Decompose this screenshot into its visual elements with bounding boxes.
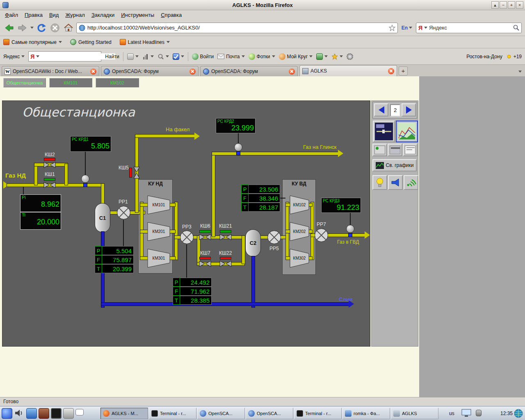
start-menu-icon[interactable] — [2, 408, 12, 419]
weather-widget[interactable]: +19 — [506, 54, 522, 59]
yandex-photos[interactable]: Фотки — [249, 53, 275, 60]
back-button[interactable] — [3, 22, 15, 34]
view-tab-obshestantsionka[interactable]: Общестанционка — [3, 78, 46, 87]
compressor-km302[interactable]: КМ302 — [290, 249, 309, 268]
compressor-km202[interactable]: КМ202 — [290, 222, 309, 241]
stop-button[interactable] — [49, 22, 61, 34]
yandex-favorites-tool[interactable] — [331, 53, 343, 60]
menu-view[interactable]: Вид — [46, 11, 62, 19]
task-window-terminal-1[interactable]: Terminal - r... — [149, 408, 196, 419]
yandex-login[interactable]: Войти — [192, 53, 214, 60]
tab-close-icon[interactable] — [289, 68, 295, 75]
control-valve-krd3[interactable] — [346, 225, 354, 233]
network-globe-icon[interactable] — [514, 409, 523, 418]
spellcheck-tool[interactable] — [173, 53, 184, 60]
valve-ksh1[interactable] — [43, 182, 56, 188]
shade-button[interactable]: ▴ — [491, 1, 499, 9]
printer-icon[interactable] — [63, 408, 74, 419]
bookmark-latest-headlines[interactable]: Latest Headlines — [120, 39, 170, 45]
menu-tools[interactable]: Инструменты — [118, 11, 158, 19]
menu-edit[interactable]: Правка — [21, 11, 46, 19]
bookmark-most-visited[interactable]: Самые популярные — [3, 39, 62, 45]
bookmark-getting-started[interactable]: Getting Started — [70, 39, 112, 45]
mini-panel-button-3[interactable] — [403, 144, 418, 156]
task-window-aglks-firefox[interactable]: AGLKS - M... — [100, 408, 148, 419]
separator-c2[interactable]: C2 — [245, 229, 261, 257]
yandex-camera-tool[interactable] — [316, 53, 328, 60]
yandex-search-input[interactable] — [43, 53, 115, 59]
task-window-filemanager[interactable]: romka - Фа... — [342, 408, 390, 419]
city-label[interactable]: Ростов-на-Дону — [466, 54, 502, 59]
view-tab-km102[interactable]: КМ102 — [96, 78, 139, 87]
yandex-mail[interactable]: Почта — [217, 54, 244, 59]
tab-forum-1[interactable]: OpenSCADA: Форум — [101, 66, 199, 76]
valve-pp1[interactable] — [116, 205, 131, 220]
display-krd1[interactable]: РС КРД1 5.805 — [70, 136, 111, 152]
control-valve-krd1[interactable] — [81, 175, 89, 183]
volume-icon[interactable] — [14, 408, 25, 419]
lamp-button[interactable] — [372, 175, 387, 190]
tab-close-icon[interactable] — [90, 68, 96, 75]
valve-ksh6[interactable] — [199, 234, 211, 240]
tab-close-icon[interactable] — [189, 68, 196, 75]
clipboard-tool[interactable] — [127, 53, 139, 60]
graph-thumbnail-button[interactable] — [396, 121, 418, 142]
settings-gear-icon[interactable] — [347, 53, 353, 60]
valve-pp5[interactable] — [267, 230, 281, 244]
menu-help[interactable]: Справка — [158, 11, 185, 19]
next-page-button[interactable] — [402, 103, 416, 116]
valve-ksh2[interactable] — [43, 162, 56, 168]
yandex-menu[interactable]: Яндекс — [3, 54, 25, 59]
search-engine-icon[interactable]: Я — [418, 25, 422, 31]
compressor-km201[interactable]: КМ201 — [147, 222, 170, 241]
keyboard-layout[interactable]: us — [449, 411, 454, 416]
display-ti[interactable]: Ti 20.000 — [20, 212, 61, 230]
display-pi[interactable]: Pi 8.962 — [20, 194, 61, 212]
search-engine-chevron-icon[interactable] — [424, 27, 427, 29]
horn-button[interactable] — [388, 175, 403, 190]
display-icon[interactable] — [461, 409, 471, 417]
yandex-moikrug[interactable]: Мой Круг — [279, 53, 313, 60]
home-button[interactable] — [63, 22, 74, 34]
clock[interactable]: 12:35 — [490, 411, 513, 416]
display-krd2[interactable]: РС КРД2 23.999 — [216, 118, 256, 133]
display-pft-mid[interactable]: P24.492 F71.962 T28.385 — [173, 278, 212, 305]
forward-button[interactable] — [17, 22, 28, 34]
signal-button[interactable] — [404, 175, 418, 190]
close-button[interactable]: × — [516, 1, 523, 9]
valve-ksh7[interactable] — [199, 260, 211, 267]
tab-list-chevron-icon[interactable] — [518, 71, 522, 73]
lens-tool[interactable] — [158, 53, 169, 60]
display-pft-kuvd[interactable]: P23.506 F38.346 T28.187 — [241, 185, 280, 212]
menu-file[interactable]: Файл — [2, 11, 21, 19]
url-input[interactable] — [87, 25, 387, 31]
yandex-find-button[interactable]: Найти — [105, 54, 119, 59]
compressor-km301[interactable]: КМ301 — [147, 249, 170, 268]
maximize-button[interactable]: + — [508, 1, 515, 9]
camera-icon[interactable] — [39, 408, 49, 419]
valve-ksh21[interactable] — [219, 234, 232, 240]
prev-page-button[interactable] — [374, 103, 388, 116]
task-window-aglks[interactable]: AGLKS — [391, 408, 438, 419]
valve-ksh5[interactable] — [133, 167, 140, 179]
messenger-icon[interactable] — [26, 408, 37, 419]
history-chevron-icon[interactable] — [30, 27, 34, 29]
tab-openscadawiki[interactable]: W OpenSCADAWiki : Doc / Web... — [2, 66, 99, 76]
compressor-km102[interactable]: КМ102 — [290, 195, 309, 215]
mini-panel-button-1[interactable] — [372, 144, 387, 156]
bookmark-star-icon[interactable] — [389, 25, 395, 31]
translate-badge[interactable]: En — [400, 25, 414, 31]
valve-ksh22[interactable] — [219, 260, 232, 267]
view-tab-km101[interactable]: КМ101 — [49, 78, 92, 87]
menu-bookmarks[interactable]: Закладки — [88, 11, 118, 19]
tab-forum-2[interactable]: OpenSCADA: Форум — [200, 66, 298, 76]
display-pft-kund[interactable]: P5.504 F75.897 T20.399 — [95, 246, 134, 273]
compressor-km101[interactable]: КМ101 — [147, 195, 170, 215]
tab-close-icon[interactable] — [388, 68, 394, 74]
show-desktop-icon[interactable] — [75, 409, 84, 415]
tray-icon[interactable] — [476, 410, 482, 416]
search-input[interactable] — [429, 25, 511, 31]
yandex-engine-icon[interactable]: Я — [30, 53, 34, 60]
mini-panel-button-2[interactable] — [388, 144, 402, 156]
control-valve-krd2[interactable] — [234, 143, 242, 151]
